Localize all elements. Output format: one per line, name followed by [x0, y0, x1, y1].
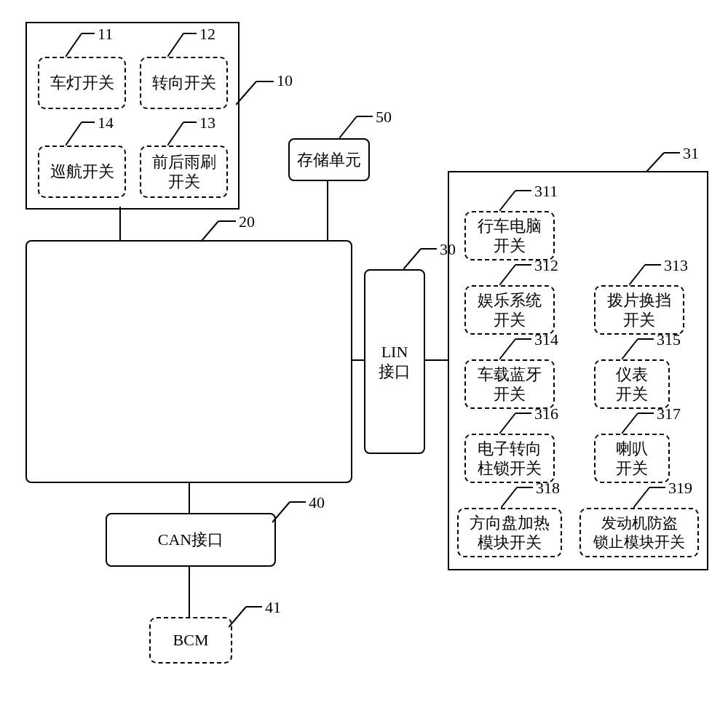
- diagram-root: 车灯开关 转向开关 巡航开关 前后雨刷 开关 11 12 14 13 10 存储…: [0, 0, 728, 713]
- ref-315: 315: [657, 332, 681, 348]
- box-317: 喇叭 开关: [594, 434, 670, 483]
- svg-line-20: [403, 249, 421, 269]
- box-314: 车载蓝牙 开关: [464, 359, 555, 409]
- ref-319: 319: [668, 480, 692, 496]
- box-315-label: 仪表 开关: [616, 365, 648, 405]
- box-20: [25, 240, 352, 483]
- ref-20: 20: [239, 214, 255, 230]
- box-50: 存储单元: [288, 138, 370, 181]
- box-311: 行车电脑 开关: [464, 211, 555, 260]
- box-319-label: 发动机防盗 锁止模块开关: [593, 514, 685, 552]
- box-14-label: 巡航开关: [50, 162, 114, 182]
- box-313-label: 拨片换挡 开关: [607, 290, 671, 330]
- box-312-label: 娱乐系统 开关: [478, 290, 542, 330]
- box-40-label: CAN接口: [158, 530, 223, 550]
- box-12-label: 转向开关: [152, 73, 216, 93]
- ref-41: 41: [265, 600, 281, 616]
- ref-50: 50: [376, 109, 392, 125]
- box-315: 仪表 开关: [594, 359, 670, 409]
- lead-41: [229, 604, 262, 629]
- ref-313: 313: [664, 258, 688, 274]
- box-11: 车灯开关: [38, 57, 126, 109]
- box-40: CAN接口: [106, 513, 276, 567]
- ref-311: 311: [534, 183, 558, 199]
- box-30-label: LIN 接口: [379, 342, 411, 382]
- box-13-label: 前后雨刷 开关: [152, 152, 216, 192]
- ref-31: 31: [683, 146, 699, 162]
- svg-line-16: [339, 116, 357, 138]
- box-311-label: 行车电脑 开关: [478, 216, 542, 256]
- ref-10: 10: [277, 73, 293, 89]
- lead-50: [339, 113, 373, 140]
- ref-312: 312: [534, 258, 558, 274]
- box-41: BCM: [149, 617, 232, 664]
- box-12: 转向开关: [140, 57, 228, 109]
- ref-314: 314: [534, 332, 558, 348]
- box-14: 巡航开关: [38, 146, 126, 198]
- box-13: 前后雨刷 开关: [140, 146, 228, 198]
- svg-line-26: [646, 153, 664, 172]
- ref-14: 14: [98, 115, 114, 131]
- lead-40: [272, 499, 306, 524]
- box-50-label: 存储单元: [297, 150, 361, 170]
- ref-11: 11: [98, 26, 113, 42]
- box-318-label: 方向盘加热 模块开关: [470, 513, 550, 553]
- ref-12: 12: [199, 26, 215, 42]
- box-318: 方向盘加热 模块开关: [457, 508, 562, 557]
- ref-316: 316: [534, 406, 558, 422]
- lead-30: [403, 246, 437, 271]
- box-313: 拨片换挡 开关: [594, 285, 684, 335]
- box-319: 发动机防盗 锁止模块开关: [579, 508, 699, 557]
- lead-10: [236, 79, 274, 106]
- box-11-label: 车灯开关: [50, 73, 114, 93]
- box-317-label: 喇叭 开关: [616, 439, 648, 479]
- box-316-label: 电子转向 柱锁开关: [478, 439, 542, 479]
- box-312: 娱乐系统 开关: [464, 285, 555, 335]
- svg-line-18: [201, 221, 218, 242]
- box-41-label: BCM: [173, 630, 209, 650]
- lead-20: [201, 218, 236, 243]
- ref-317: 317: [657, 406, 681, 422]
- lead-31: [646, 150, 680, 173]
- box-30: LIN 接口: [364, 269, 425, 454]
- box-316: 电子转向 柱锁开关: [464, 434, 555, 483]
- ref-13: 13: [199, 115, 215, 131]
- ref-40: 40: [309, 495, 325, 511]
- ref-318: 318: [536, 480, 560, 496]
- box-314-label: 车载蓝牙 开关: [478, 365, 542, 405]
